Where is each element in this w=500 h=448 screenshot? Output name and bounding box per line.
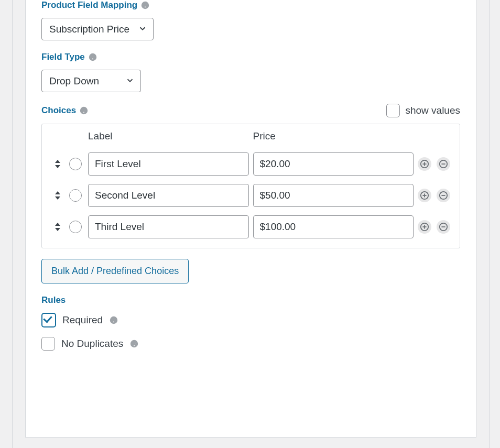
- add-choice-button[interactable]: [418, 189, 431, 202]
- choices-col-label: Label: [88, 130, 249, 144]
- remove-choice-button[interactable]: [437, 157, 450, 171]
- rule-label: No Duplicates: [61, 338, 123, 349]
- field-type-select-wrap: Drop Down: [41, 70, 141, 92]
- choice-default-radio[interactable]: [69, 221, 82, 233]
- svg-marker-0: [55, 160, 60, 163]
- drag-handle-icon[interactable]: [50, 222, 65, 232]
- bulk-add-button[interactable]: Bulk Add / Predefined Choices: [41, 259, 189, 283]
- product-field-mapping-section: Product Field Mapping Subscription Price: [41, 0, 460, 40]
- svg-marker-8: [55, 196, 60, 200]
- choice-default-radio[interactable]: [69, 189, 82, 202]
- show-values-toggle[interactable]: show values: [386, 104, 460, 117]
- drag-handle-icon[interactable]: [50, 159, 65, 169]
- help-icon[interactable]: [88, 52, 97, 62]
- help-icon[interactable]: [140, 1, 150, 10]
- product-field-mapping-select[interactable]: Subscription Price: [41, 18, 154, 40]
- choices-label: Choices: [41, 105, 89, 116]
- field-type-label-text: Field Type: [41, 52, 85, 62]
- svg-marker-14: [55, 223, 60, 226]
- rule-item-noDuplicates[interactable]: No Duplicates: [41, 337, 460, 351]
- svg-marker-15: [55, 228, 60, 231]
- field-type-label: Field Type: [41, 52, 460, 62]
- help-icon[interactable]: [109, 315, 118, 325]
- choice-price-input[interactable]: [253, 184, 414, 207]
- choices-col-price: Price: [253, 130, 414, 144]
- product-field-mapping-label: Product Field Mapping: [41, 0, 460, 10]
- rules-label: Rules: [41, 295, 460, 305]
- drag-handle-icon[interactable]: [50, 190, 65, 201]
- show-values-label: show values: [405, 105, 460, 116]
- rules-label-text: Rules: [41, 295, 66, 305]
- choices-section: Choices show values Label Price: [41, 104, 460, 283]
- rule-label: Required: [62, 314, 103, 326]
- add-choice-button[interactable]: [418, 220, 431, 234]
- choice-label-input[interactable]: [88, 215, 249, 238]
- rule-checkbox-noDuplicates[interactable]: [41, 337, 55, 351]
- help-icon[interactable]: [79, 106, 89, 115]
- choice-default-radio[interactable]: [69, 158, 82, 170]
- help-icon[interactable]: [129, 339, 139, 348]
- choice-label-input[interactable]: [88, 152, 249, 176]
- choices-label-text: Choices: [41, 105, 76, 116]
- rules-section: Rules RequiredNo Duplicates: [41, 295, 460, 351]
- product-field-mapping-select-wrap: Subscription Price: [41, 18, 154, 40]
- choice-label-input[interactable]: [88, 184, 249, 207]
- bulk-add-button-label: Bulk Add / Predefined Choices: [51, 266, 179, 276]
- remove-choice-button[interactable]: [437, 189, 450, 202]
- field-type-select[interactable]: Drop Down: [41, 70, 141, 92]
- svg-marker-1: [55, 165, 60, 168]
- rule-item-required[interactable]: Required: [41, 313, 460, 327]
- choice-price-input[interactable]: [253, 152, 414, 176]
- remove-choice-button[interactable]: [437, 220, 450, 234]
- svg-marker-7: [55, 191, 60, 194]
- choices-box: Label Price: [41, 124, 460, 248]
- show-values-checkbox[interactable]: [386, 104, 400, 117]
- product-field-mapping-label-text: Product Field Mapping: [41, 0, 137, 10]
- choice-price-input[interactable]: [253, 215, 414, 238]
- field-type-section: Field Type Drop Down: [41, 52, 460, 92]
- add-choice-button[interactable]: [418, 157, 431, 171]
- rule-checkbox-required[interactable]: [41, 313, 56, 327]
